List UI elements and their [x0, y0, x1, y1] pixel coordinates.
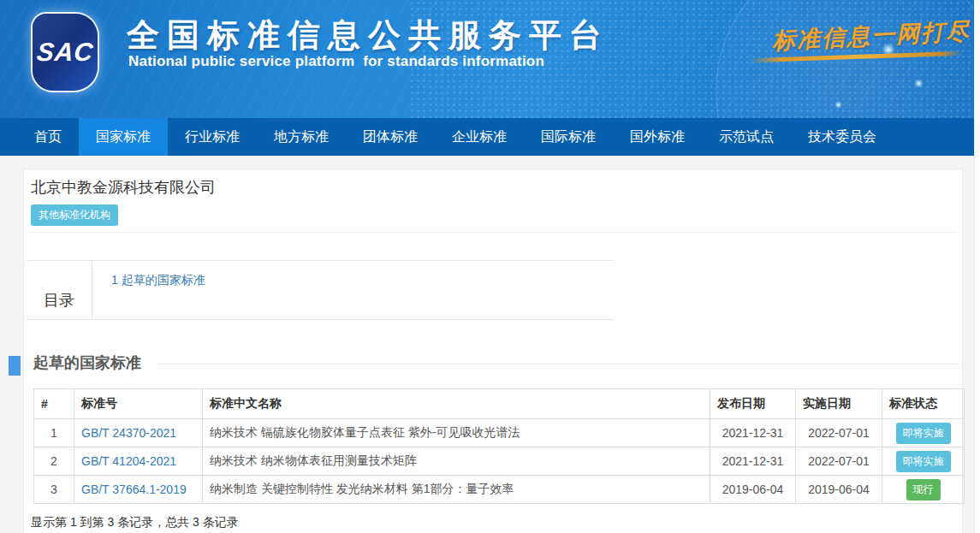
site-banner: SAC 全国标准信息公共服务平台 National public service… — [0, 0, 974, 118]
company-type-badge: 其他标准化机构 — [31, 204, 118, 226]
main-nav: 首页国家标准行业标准地方标准团体标准企业标准国际标准国外标准示范试点技术委员会 — [0, 118, 974, 156]
nav-item[interactable]: 示范试点 — [702, 118, 791, 156]
standard-number-cell: GB/T 24370-2021 — [74, 419, 203, 447]
decoration-dot — [914, 79, 924, 88]
standard-number-link[interactable]: GB/T 24370-2021 — [81, 426, 176, 440]
status-badge: 即将实施 — [896, 423, 951, 444]
row-index-cell: 2 — [34, 447, 74, 476]
standard-number-link[interactable]: GB/T 37664.1-2019 — [81, 483, 187, 496]
table-header-cell: 发布日期 — [710, 389, 796, 419]
decoration-dot — [834, 101, 842, 109]
table-header-cell: 标准号 — [74, 389, 203, 419]
site-title-chinese: 全国标准信息公共服务平台 — [127, 14, 609, 57]
scrollbar-track[interactable] — [974, 0, 980, 533]
table-header-cell: 标准状态 — [882, 389, 965, 419]
status-cell: 现行 — [882, 476, 965, 504]
table-header-cell: 标准中文名称 — [203, 389, 710, 419]
standard-number-cell: GB/T 37664.1-2019 — [74, 476, 203, 504]
nav-item[interactable]: 团体标准 — [346, 118, 435, 156]
table-row: 1 GB/T 24370-2021 纳米技术 镉硫族化物胶体量子点表征 紫外-可… — [34, 419, 965, 447]
publish-date-cell: 2019-06-04 — [710, 476, 796, 504]
toc-label: 目录 — [44, 290, 74, 311]
status-cell: 即将实施 — [882, 447, 965, 476]
standard-name-cell: 纳米技术 纳米物体表征用测量技术矩阵 — [203, 447, 710, 476]
nav-item[interactable]: 国外标准 — [613, 118, 702, 156]
nav-item[interactable]: 技术委员会 — [791, 118, 894, 156]
nav-item[interactable]: 地方标准 — [257, 118, 346, 156]
table-header-cell: # — [34, 389, 74, 419]
standard-number-link[interactable]: GB/T 41204-2021 — [81, 454, 176, 468]
standards-table: #标准号标准中文名称发布日期实施日期标准状态 1 GB/T 24370-2021… — [33, 388, 965, 504]
row-index-cell: 3 — [34, 476, 74, 504]
toc-label-cell: 目录 — [27, 261, 92, 319]
nav-item[interactable]: 国家标准 — [79, 118, 168, 156]
toc-link-drafted-national-standards[interactable]: 1 起草的国家标准 — [111, 273, 205, 288]
implement-date-cell: 2019-06-04 — [796, 476, 882, 504]
toc-links: 1 起草的国家标准 — [92, 261, 205, 319]
sac-logo-text: SAC — [35, 38, 95, 67]
implement-date-cell: 2022-07-01 — [796, 419, 882, 447]
status-badge: 即将实施 — [896, 451, 951, 472]
table-header-row: #标准号标准中文名称发布日期实施日期标准状态 — [34, 389, 965, 419]
company-name: 北京中教金源科技有限公司 — [31, 177, 216, 198]
section-divider-line — [157, 364, 959, 364]
nav-item[interactable]: 企业标准 — [435, 118, 524, 156]
table-row: 2 GB/T 41204-2021 纳米技术 纳米物体表征用测量技术矩阵 202… — [34, 447, 965, 476]
standard-name-cell: 纳米技术 镉硫族化物胶体量子点表征 紫外-可见吸收光谱法 — [203, 419, 710, 447]
nav-item[interactable]: 行业标准 — [168, 118, 257, 156]
row-index-cell: 1 — [34, 419, 74, 447]
section-marker — [9, 356, 21, 376]
site-title-english: National public service platform for sta… — [128, 53, 544, 70]
status-cell: 即将实施 — [882, 419, 965, 447]
implement-date-cell: 2022-07-01 — [796, 447, 882, 476]
sac-logo[interactable]: SAC — [33, 14, 98, 91]
table-row: 3 GB/T 37664.1-2019 纳米制造 关键控制特性 发光纳米材料 第… — [34, 476, 965, 504]
section-title: 起草的国家标准 — [33, 352, 141, 373]
page: SAC 全国标准信息公共服务平台 National public service… — [0, 0, 980, 533]
divider — [29, 232, 957, 233]
nav-item[interactable]: 首页 — [17, 118, 79, 156]
standard-number-cell: GB/T 41204-2021 — [74, 447, 203, 476]
standard-name-cell: 纳米制造 关键控制特性 发光纳米材料 第1部分：量子效率 — [203, 476, 710, 504]
nav-item[interactable]: 国际标准 — [524, 118, 613, 156]
table-header-cell: 实施日期 — [796, 389, 882, 419]
records-summary: 显示第 1 到第 3 条记录，总共 3 条记录 — [31, 515, 239, 530]
table-of-contents: 目录 1 起草的国家标准 — [27, 260, 614, 320]
content-card: 北京中教金源科技有限公司 其他标准化机构 目录 1 起草的国家标准 起草的国家标… — [23, 169, 963, 533]
status-badge: 现行 — [906, 479, 941, 500]
publish-date-cell: 2021-12-31 — [710, 447, 796, 476]
publish-date-cell: 2021-12-31 — [710, 419, 796, 447]
